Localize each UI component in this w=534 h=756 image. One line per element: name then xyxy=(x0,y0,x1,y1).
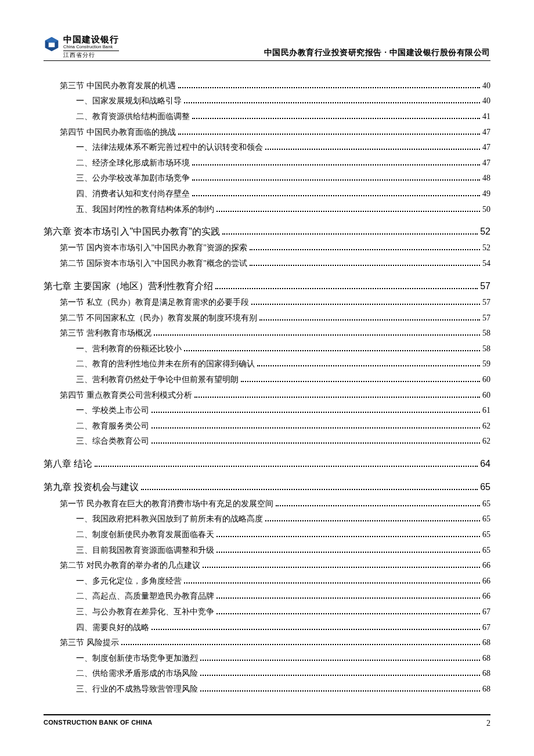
toc-page: 62 xyxy=(482,434,490,449)
toc-entry: 一、学校类上市公司61 xyxy=(76,403,490,419)
toc-leader-dots xyxy=(215,288,478,289)
toc-title: 第六章 资本市场引入"中国民办教育"的实践 xyxy=(44,223,220,240)
toc-title: 一、学校类上市公司 xyxy=(76,403,149,419)
toc-title: 二、经济全球化形成新市场环境 xyxy=(76,156,190,171)
toc-entry: 第九章 投资机会与建议65 xyxy=(44,478,490,496)
toc-leader-dots xyxy=(222,233,478,235)
toc-page: 50 xyxy=(482,202,490,218)
toc-page: 65 xyxy=(482,496,490,512)
toc-leader-dots xyxy=(217,613,480,614)
page-header: 中国建设银行 China Construction Bank 江西省分行 中国民… xyxy=(44,35,490,61)
toc-entry: 四、消费者认知和支付尚存壁垒49 xyxy=(76,186,490,202)
toc-title: 第三节 中国民办教育发展的机遇 xyxy=(60,78,176,94)
toc-page: 66 xyxy=(482,574,490,589)
toc-title: 一、我国政府把科教兴国放到了前所未有的战略高度 xyxy=(76,512,263,527)
toc-entry: 二、高起点、高质量塑造民办教育品牌66 xyxy=(76,589,490,604)
toc-leader-dots xyxy=(257,365,480,366)
logo-block: 中国建设银行 China Construction Bank 江西省分行 xyxy=(44,35,119,58)
toc-title: 三、目前我国教育资源面临调整和升级 xyxy=(76,543,214,559)
toc-leader-dots xyxy=(141,489,478,490)
toc-leader-dots xyxy=(151,442,480,444)
toc-leader-dots xyxy=(184,582,480,584)
toc-title: 第二节 国际资本市场引入"中国民办教育"概念的尝试 xyxy=(60,256,247,272)
toc-page: 41 xyxy=(482,109,490,125)
toc-entry: 第二节 对民办教育的举办者的几点建议66 xyxy=(60,558,490,574)
toc-entry: 一、制度创新使市场竞争更加激烈68 xyxy=(76,651,490,667)
toc-leader-dots xyxy=(200,690,480,692)
toc-title: 二、制度创新使民办教育发展面临春天 xyxy=(76,527,214,543)
toc-leader-dots xyxy=(200,660,480,661)
toc-entry: 一、我国政府把科教兴国放到了前所未有的战略高度65 xyxy=(76,512,490,527)
toc-leader-dots xyxy=(151,427,480,429)
toc-title: 二、供给需求矛盾形成的市场风险 xyxy=(76,666,198,682)
toc-entry: 第一节 私立（民办）教育是满足教育需求的必要手段57 xyxy=(60,295,490,311)
toc-page: 57 xyxy=(482,311,490,326)
toc-entry: 一、国家发展规划和战略引导40 xyxy=(76,93,490,109)
toc-title: 一、法律法规体系不断完善过程中的认识转变和领会 xyxy=(76,140,263,156)
toc-page: 40 xyxy=(482,78,490,94)
logo-cn-name: 中国建设银行 xyxy=(63,35,119,45)
toc-page: 40 xyxy=(482,93,490,109)
toc-page: 58 xyxy=(482,341,490,357)
toc-leader-dots xyxy=(192,179,480,181)
toc-title: 第一节 私立（民办）教育是满足教育需求的必要手段 xyxy=(60,295,249,311)
toc-page: 60 xyxy=(482,372,490,388)
toc-page: 59 xyxy=(482,357,490,372)
document-page: 中国建设银行 China Construction Bank 江西省分行 中国民… xyxy=(0,0,534,756)
toc-title: 二、教育的营利性地位并未在所有的国家得到确认 xyxy=(76,357,255,372)
toc-page: 65 xyxy=(482,543,490,559)
toc-title: 第三节 营利教育市场概况 xyxy=(60,326,151,341)
toc-leader-dots xyxy=(265,520,480,521)
toc-entry: 二、供给需求矛盾形成的市场风险68 xyxy=(76,666,490,682)
toc-leader-dots xyxy=(250,249,480,250)
toc-title: 四、需要良好的战略 xyxy=(76,620,149,636)
toc-page: 57 xyxy=(482,295,490,311)
toc-entry: 第八章 结论64 xyxy=(44,455,490,473)
ccb-logo-icon xyxy=(44,36,60,52)
toc-entry: 第三节 中国民办教育发展的机遇40 xyxy=(60,78,490,94)
toc-page: 52 xyxy=(480,223,490,240)
toc-title: 二、教育资源供给结构面临调整 xyxy=(76,109,190,125)
toc-leader-dots xyxy=(259,319,481,321)
toc-page: 58 xyxy=(482,326,490,341)
toc-page: 60 xyxy=(482,388,490,404)
page-footer: CONSTRUCTION BANK OF CHINA 2 xyxy=(44,714,490,728)
header-title: 中国民办教育行业投资研究报告 · 中国建设银行股份有限公司 xyxy=(264,48,490,58)
toc-entry: 第三节 风险提示68 xyxy=(60,635,490,651)
toc-title: 三、综合类教育公司 xyxy=(76,434,149,449)
toc-title: 第二节 对民办教育的举办者的几点建议 xyxy=(60,558,200,574)
toc-entry: 第一节 国内资本市场引入"中国民办教育"资源的探索52 xyxy=(60,240,490,256)
toc-title: 第四节 中国民办教育面临的挑战 xyxy=(60,125,176,141)
toc-entry: 第二节 不同国家私立（民办）教育发展的制度环境有别57 xyxy=(60,311,490,326)
toc-entry: 第七章 主要国家（地区）营利性教育介绍57 xyxy=(44,278,490,295)
toc-leader-dots xyxy=(200,675,480,676)
toc-entry: 二、教育资源供给结构面临调整41 xyxy=(76,109,490,125)
toc-title: 二、高起点、高质量塑造民办教育品牌 xyxy=(76,589,214,604)
toc-page: 64 xyxy=(480,455,490,473)
toc-title: 一、多元化定位，多角度经营 xyxy=(76,574,182,589)
toc-entry: 第六章 资本市场引入"中国民办教育"的实践52 xyxy=(44,223,490,240)
toc-page: 62 xyxy=(482,419,490,434)
toc-page: 68 xyxy=(482,682,490,697)
toc-title: 一、制度创新使市场竞争更加激烈 xyxy=(76,651,198,667)
toc-title: 第二节 不同国家私立（民办）教育发展的制度环境有别 xyxy=(60,311,257,326)
toc-page: 66 xyxy=(482,589,490,604)
toc-entry: 一、法律法规体系不断完善过程中的认识转变和领会47 xyxy=(76,140,490,156)
toc-leader-dots xyxy=(217,211,480,212)
toc-title: 二、教育服务类公司 xyxy=(76,419,149,434)
toc-leader-dots xyxy=(241,381,480,382)
toc-entry: 二、教育的营利性地位并未在所有的国家得到确认59 xyxy=(76,357,490,372)
toc-leader-dots xyxy=(192,195,480,196)
toc-leader-dots xyxy=(95,466,478,467)
toc-title: 第四节 重点教育类公司营利模式分析 xyxy=(60,388,192,404)
toc-leader-dots xyxy=(184,350,480,351)
toc-page: 47 xyxy=(482,140,490,156)
toc-page: 68 xyxy=(482,666,490,682)
toc-entry: 第四节 中国民办教育面临的挑战47 xyxy=(60,125,490,141)
toc-entry: 一、多元化定位，多角度经营66 xyxy=(76,574,490,589)
toc-title: 第一节 国内资本市场引入"中国民办教育"资源的探索 xyxy=(60,240,247,256)
toc-page: 66 xyxy=(482,558,490,574)
toc-page: 57 xyxy=(480,278,490,295)
toc-entry: 第一节 民办教育在巨大的教育消费市场中有充足的发展空间65 xyxy=(60,496,490,512)
toc-entry: 三、目前我国教育资源面临调整和升级65 xyxy=(76,543,490,559)
